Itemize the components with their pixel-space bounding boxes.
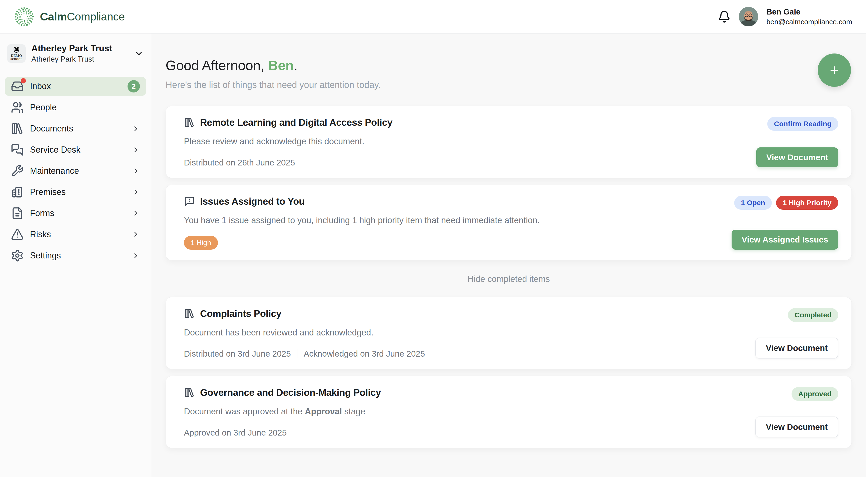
org-badge-text: DEMO <box>11 54 22 58</box>
sidebar-item-label: Maintenance <box>30 166 126 176</box>
inbox-count-badge: 2 <box>127 80 140 92</box>
sidebar-item-label: People <box>30 102 140 113</box>
header-user-area: Ben Gale ben@calmcompliance.com <box>718 7 852 26</box>
sidebar-item-service-desk[interactable]: Service Desk <box>5 140 146 159</box>
sidebar-item-label: Risks <box>30 229 126 239</box>
org-texts: Atherley Park Trust Atherley Park Trust <box>31 44 129 64</box>
status-badge: Completed <box>788 308 838 322</box>
main-content: + Good Afternoon, Ben. Here's the list o… <box>151 34 866 477</box>
card-description: You have 1 issue assigned to you, includ… <box>184 215 540 225</box>
card-description: Document has been reviewed and acknowled… <box>184 328 425 337</box>
approved-date: Approved on 3rd June 2025 <box>184 428 287 437</box>
hide-completed-toggle[interactable]: Hide completed items <box>467 274 550 284</box>
sidebar: DEMO SCHOOL Atherley Park Trust Atherley… <box>0 34 151 477</box>
card-remote-learning-policy: Remote Learning and Digital Access Polic… <box>166 106 852 178</box>
brand-name-light: Compliance <box>67 10 125 23</box>
card-meta: Distributed on 3rd June 2025 Acknowledge… <box>184 349 425 358</box>
card-meta: Approved on 3rd June 2025 <box>184 428 381 437</box>
user-avatar[interactable] <box>739 7 758 26</box>
file-icon <box>11 207 24 220</box>
card-title: Issues Assigned to You <box>200 196 304 207</box>
distributed-date: Distributed on 26th June 2025 <box>184 158 295 167</box>
sidebar-item-label: Premises <box>30 187 126 197</box>
card-complaints-policy: Complaints Policy Document has been revi… <box>166 297 852 369</box>
org-selector[interactable]: DEMO SCHOOL Atherley Park Trust Atherley… <box>5 44 146 64</box>
unread-dot <box>21 78 26 83</box>
sidebar-item-label: Inbox <box>30 81 121 91</box>
org-logo: DEMO SCHOOL <box>7 44 26 63</box>
user-meta: Ben Gale ben@calmcompliance.com <box>766 7 852 26</box>
card-title: Complaints Policy <box>200 308 281 319</box>
card-meta: Distributed on 26th June 2025 <box>184 158 392 167</box>
sidebar-item-label: Documents <box>30 124 126 134</box>
org-subtitle: Atherley Park Trust <box>31 55 129 64</box>
attention-card-list: Remote Learning and Digital Access Polic… <box>166 106 852 448</box>
open-count-badge: 1 Open <box>734 196 772 210</box>
building-icon <box>11 186 24 198</box>
shield-book-icon <box>13 46 20 54</box>
plus-icon: + <box>830 62 839 78</box>
sidebar-item-label: Settings <box>30 251 126 261</box>
view-document-button[interactable]: View Document <box>755 416 838 437</box>
sidebar-item-inbox[interactable]: Inbox 2 <box>5 77 146 96</box>
app-header: CalmCompliance <box>0 0 866 34</box>
app-window: CalmCompliance <box>0 0 866 477</box>
gear-icon <box>11 249 24 262</box>
chevron-down-icon <box>134 49 144 58</box>
chevron-right-icon <box>132 209 140 217</box>
library-icon <box>184 117 195 128</box>
page-subtitle: Here's the list of things that need your… <box>166 80 852 90</box>
dotted-spiral-logo-icon <box>14 6 35 27</box>
high-priority-badge: 1 High Priority <box>776 196 838 210</box>
card-title: Governance and Decision-Making Policy <box>200 387 381 398</box>
distributed-date: Distributed on 3rd June 2025 <box>184 349 291 358</box>
card-description: Please review and acknowledge this docum… <box>184 136 392 147</box>
warning-triangle-icon <box>11 228 24 241</box>
add-button[interactable]: + <box>818 54 851 87</box>
brand-logo[interactable]: CalmCompliance <box>14 6 125 27</box>
people-icon <box>11 101 24 114</box>
view-assigned-issues-button[interactable]: View Assigned Issues <box>732 230 838 250</box>
acknowledged-date: Acknowledged on 3rd June 2025 <box>303 349 425 358</box>
status-badge: Confirm Reading <box>767 117 838 131</box>
chevron-right-icon <box>132 230 140 239</box>
sidebar-item-premises[interactable]: Premises <box>5 183 146 202</box>
sidebar-item-label: Forms <box>30 208 126 218</box>
messages-icon <box>11 144 24 156</box>
chevron-right-icon <box>132 125 140 133</box>
sidebar-nav: Inbox 2 People <box>5 77 146 265</box>
brand-name-bold: Calm <box>40 10 67 23</box>
sidebar-item-risks[interactable]: Risks <box>5 225 146 244</box>
sidebar-item-settings[interactable]: Settings <box>5 246 146 265</box>
library-icon <box>184 308 195 319</box>
stage-name: Approval <box>305 406 342 416</box>
card-description: Document was approved at the Approval st… <box>184 406 381 416</box>
message-warning-icon <box>184 196 195 207</box>
inbox-icon <box>11 80 24 93</box>
card-title: Remote Learning and Digital Access Polic… <box>200 117 392 128</box>
page-background <box>0 477 866 504</box>
view-document-button[interactable]: View Document <box>755 337 838 358</box>
library-icon <box>184 387 195 398</box>
library-icon <box>11 122 24 135</box>
view-document-button[interactable]: View Document <box>756 147 838 167</box>
chevron-right-icon <box>132 167 140 175</box>
chevron-right-icon <box>132 188 140 196</box>
wrench-icon <box>11 164 24 177</box>
card-governance-policy: Governance and Decision-Making Policy Do… <box>166 376 852 448</box>
sidebar-item-maintenance[interactable]: Maintenance <box>5 161 146 181</box>
chevron-right-icon <box>132 252 140 260</box>
sidebar-item-forms[interactable]: Forms <box>5 204 146 223</box>
greeting-user-name: Ben <box>268 58 294 73</box>
brand-wordmark: CalmCompliance <box>40 10 125 23</box>
notifications-bell-icon[interactable] <box>718 10 731 23</box>
divider <box>297 349 297 358</box>
user-name: Ben Gale <box>766 7 852 16</box>
chevron-right-icon <box>132 146 140 154</box>
high-priority-tag: 1 High <box>184 236 218 250</box>
sidebar-item-people[interactable]: People <box>5 98 146 117</box>
user-email: ben@calmcompliance.com <box>766 18 852 26</box>
card-issues-assigned: Issues Assigned to You You have 1 issue … <box>166 185 852 260</box>
page-title: Good Afternoon, Ben. <box>166 57 852 73</box>
sidebar-item-documents[interactable]: Documents <box>5 119 146 138</box>
